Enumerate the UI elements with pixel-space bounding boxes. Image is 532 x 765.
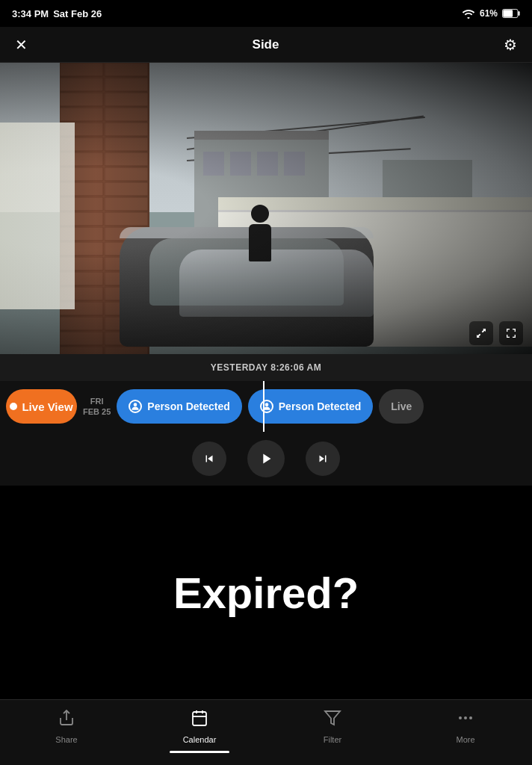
status-bar: 3:34 PM Sat Feb 26 61% [0, 0, 532, 27]
calendar-label: Calendar [183, 735, 217, 744]
calendar-icon [191, 709, 208, 731]
play-button[interactable] [247, 440, 285, 477]
event1-label: Person Detected [147, 400, 229, 412]
status-right: 61% [462, 8, 520, 19]
wifi-icon [462, 8, 475, 19]
timeline-bar: Live View FRI FEB 25 Person Detected [0, 381, 532, 432]
event1-button[interactable]: Person Detected [117, 389, 241, 424]
more-label: More [456, 735, 474, 744]
person-icon-2 [260, 400, 273, 413]
next-button[interactable] [306, 442, 340, 476]
live-right-button[interactable]: Live [379, 389, 424, 424]
live-view-button[interactable]: Live View [6, 389, 77, 424]
expand-icon[interactable] [469, 321, 493, 345]
svg-point-14 [459, 716, 462, 719]
playback-controls [0, 432, 532, 486]
timeline-playhead [263, 381, 265, 432]
live-right-label: Live [391, 400, 412, 412]
nav-title: Side [253, 37, 279, 52]
live-dot [10, 403, 17, 410]
person-body [249, 224, 271, 261]
event2-label: Person Detected [279, 400, 361, 412]
settings-button[interactable]: ⚙ [504, 36, 517, 54]
fullscreen-icon[interactable] [499, 321, 523, 345]
person-head [251, 205, 269, 223]
date-day: FRI [90, 396, 104, 406]
battery-level: 61% [480, 8, 498, 19]
scene-person [247, 205, 273, 264]
svg-rect-9 [193, 712, 206, 725]
svg-point-6 [134, 403, 137, 406]
more-icon [457, 709, 474, 731]
share-icon [58, 709, 75, 731]
filter-label: Filter [324, 735, 341, 744]
battery-icon [502, 8, 520, 19]
svg-point-15 [464, 716, 467, 719]
svg-rect-1 [518, 11, 519, 16]
event2-button[interactable]: Person Detected [248, 389, 373, 424]
person-icon-1 [129, 400, 142, 413]
status-time: 3:34 PM [12, 8, 49, 19]
status-date: Sat Feb 26 [53, 8, 102, 19]
camera-scene [0, 63, 532, 354]
scene-snow [179, 250, 374, 317]
timestamp-label: YESTERDAY 8:26:06 AM [211, 362, 321, 373]
tab-bar-inner: Share Calendar [0, 709, 532, 744]
share-label: Share [55, 735, 77, 744]
filter-icon [324, 709, 341, 731]
tab-share[interactable]: Share [0, 709, 133, 744]
expired-text: Expired? [173, 568, 359, 618]
active-tab-indicator [170, 751, 229, 753]
app: 3:34 PM Sat Feb 26 61% ✕ Side ⚙ [0, 0, 532, 765]
svg-rect-2 [503, 10, 513, 16]
expired-section: Expired? [0, 486, 532, 699]
side-wall [0, 123, 75, 309]
nav-bar: ✕ Side ⚙ [0, 27, 532, 63]
timeline-date-label: FRI FEB 25 [83, 396, 111, 418]
svg-point-16 [469, 716, 472, 719]
svg-marker-13 [325, 711, 340, 725]
tab-bar: Share Calendar [0, 699, 532, 765]
date-num: FEB 25 [83, 406, 111, 417]
timestamp-bar: YESTERDAY 8:26:06 AM [0, 354, 532, 381]
prev-button[interactable] [192, 442, 226, 476]
svg-point-7 [265, 403, 268, 406]
camera-view [0, 63, 532, 354]
status-left: 3:34 PM Sat Feb 26 [12, 8, 102, 19]
tab-filter[interactable]: Filter [266, 709, 399, 744]
live-view-label: Live View [22, 400, 72, 413]
close-button[interactable]: ✕ [15, 36, 28, 54]
tab-calendar[interactable]: Calendar [133, 709, 266, 744]
tab-more[interactable]: More [399, 709, 532, 744]
camera-controls [469, 321, 523, 345]
